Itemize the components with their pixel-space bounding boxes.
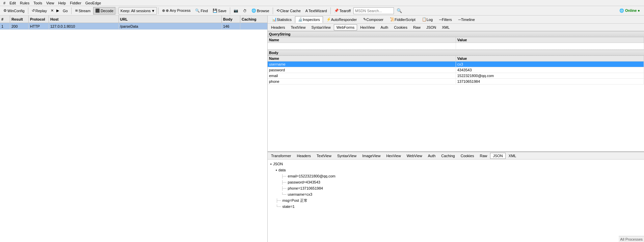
querystring-label: QueryString bbox=[269, 32, 291, 36]
resp-tab-transformer[interactable]: Transformer bbox=[268, 153, 294, 159]
resp-tab-textview[interactable]: TextView bbox=[314, 153, 334, 159]
body-row-email[interactable]: email 1522321800@qq.com bbox=[268, 73, 644, 79]
resp-tab-xml[interactable]: XML bbox=[506, 153, 519, 159]
session-row[interactable]: 1 200 HTTP 127.0.0.1:8010 /parseData 146 bbox=[0, 23, 267, 30]
winconfig-button[interactable]: ⚙ WinConfig bbox=[1, 7, 27, 15]
winconfig-icon: ⚙ bbox=[3, 8, 7, 13]
any-process-button[interactable]: ⊕ ⊕ Any Process bbox=[160, 7, 192, 15]
tab-autoresponder[interactable]: ⚡ AutoResponder bbox=[323, 16, 360, 23]
menu-rules[interactable]: Rules bbox=[18, 0, 31, 6]
menu-help[interactable]: Help bbox=[56, 0, 68, 6]
tree-connector-5: └─ bbox=[281, 191, 287, 197]
menu-geoedge[interactable]: GeoEdge bbox=[83, 0, 103, 6]
insp-tab-auth[interactable]: Auth bbox=[378, 24, 391, 30]
textwizard-button[interactable]: A TextWizard bbox=[303, 7, 329, 15]
menubar: # Edit Rules Tools View Help Fiddler Geo… bbox=[0, 0, 644, 6]
timer-button[interactable]: ⏱ bbox=[241, 7, 249, 15]
browse-button[interactable]: 🌐 Browse bbox=[249, 7, 271, 15]
log-icon: 📋 bbox=[422, 17, 427, 22]
cell-num: 1 bbox=[0, 23, 10, 29]
autoresponder-label: AutoResponder bbox=[331, 18, 357, 22]
tab-inspectors[interactable]: 🔬 Inspectors bbox=[295, 16, 323, 23]
resp-tab-hexview[interactable]: HexView bbox=[383, 153, 403, 159]
filters-icon: ─ bbox=[439, 18, 442, 22]
tab-log[interactable]: 📋 Log bbox=[419, 16, 436, 23]
auth-tab-label: Auth bbox=[381, 25, 388, 29]
tree-expand-0[interactable]: ▪ bbox=[270, 161, 272, 167]
replay-arrow-icon: ✕ bbox=[51, 8, 54, 13]
resp-tab-cookies[interactable]: Cookies bbox=[458, 153, 477, 159]
tab-filters[interactable]: ─ Filters bbox=[436, 16, 455, 23]
menu-edit[interactable]: Edit bbox=[7, 0, 18, 6]
resp-tab-raw[interactable]: Raw bbox=[477, 153, 490, 159]
decode-button[interactable]: ⬛ Decode bbox=[93, 7, 115, 15]
tree-text-0: JSON bbox=[273, 161, 283, 167]
resp-tab-caching[interactable]: Caching bbox=[438, 153, 457, 159]
insp-tab-textview[interactable]: TextView bbox=[288, 24, 308, 30]
resp-tab-auth[interactable]: Auth bbox=[425, 153, 438, 159]
insp-tab-webforms[interactable]: WebForms bbox=[334, 24, 357, 30]
tearoff-button[interactable]: 📌 Tearoff bbox=[332, 7, 353, 15]
timeline-label: Timeline bbox=[461, 18, 475, 22]
sep4 bbox=[158, 7, 159, 14]
insp-tab-raw[interactable]: Raw bbox=[410, 24, 423, 30]
body-password-value: 4343543 bbox=[456, 67, 644, 73]
resp-tab-syntaxview[interactable]: SyntaxView bbox=[334, 153, 359, 159]
tab-fiddlerscript[interactable]: 📜 FiddlerScript bbox=[387, 16, 419, 23]
replay-button[interactable]: ↺ Replay bbox=[30, 7, 49, 15]
request-panel: Headers TextView SyntaxView WebForms Hex… bbox=[268, 24, 644, 152]
insp-tab-syntaxview[interactable]: SyntaxView bbox=[308, 24, 333, 30]
fiddlerscript-label: FiddlerScript bbox=[395, 18, 415, 22]
insp-tab-hexview[interactable]: HexView bbox=[357, 24, 377, 30]
keep-sessions-button[interactable]: Keep: All sessions ▼ bbox=[118, 7, 157, 15]
syntaxview-tab-label: SyntaxView bbox=[311, 25, 330, 29]
replay-arrow-button[interactable]: ✕ bbox=[50, 7, 55, 15]
menu-fiddler[interactable]: Fiddler bbox=[68, 0, 83, 6]
screenshot-button[interactable]: 📷 bbox=[232, 7, 240, 15]
body-row-phone[interactable]: phone 13710651984 bbox=[268, 79, 644, 84]
menu-tools[interactable]: Tools bbox=[31, 0, 44, 6]
save-button[interactable]: 💾 Save bbox=[211, 7, 229, 15]
querystring-header: QueryString bbox=[268, 31, 644, 37]
tree-expand-1[interactable]: ▪ bbox=[276, 167, 277, 173]
insp-tab-headers[interactable]: Headers bbox=[268, 24, 288, 30]
resp-tab-imageview[interactable]: ImageView bbox=[359, 153, 383, 159]
menu-view[interactable]: View bbox=[44, 0, 56, 6]
session-list-panel: # Result Protocol Host URL Body Caching … bbox=[0, 16, 268, 242]
insp-tab-json[interactable]: JSON bbox=[424, 24, 439, 30]
insp-tab-xml[interactable]: XML bbox=[439, 24, 452, 30]
msdn-search-input[interactable] bbox=[353, 7, 394, 14]
find-button[interactable]: 🔍 Find bbox=[193, 7, 210, 15]
response-panel: Transformer Headers TextView SyntaxView … bbox=[268, 152, 644, 242]
cell-body: 146 bbox=[222, 23, 240, 29]
go-button[interactable]: Go bbox=[61, 7, 70, 15]
tab-timeline[interactable]: ─ Timeline bbox=[455, 16, 478, 23]
resp-hexview-tab-label: HexView bbox=[386, 154, 401, 158]
body-row-password[interactable]: password 4343543 bbox=[268, 67, 644, 73]
tree-line-5: └─ username=cx3 bbox=[270, 191, 641, 197]
decode-icon: ⬛ bbox=[95, 8, 100, 13]
clear-cache-button[interactable]: ⟲ Clear Cache bbox=[274, 7, 303, 15]
find-label: Find bbox=[200, 9, 208, 13]
msdn-search-go-button[interactable]: 🔍 bbox=[395, 7, 404, 15]
resp-tab-webview[interactable]: WebView bbox=[404, 153, 425, 159]
insp-tab-cookies[interactable]: Cookies bbox=[391, 24, 410, 30]
replay-arrow2-button[interactable]: ▶ bbox=[55, 7, 60, 15]
body-row-username[interactable]: username cx3 bbox=[268, 62, 644, 67]
clear-cache-label: Clear Cache bbox=[280, 9, 301, 13]
resp-imageview-tab-label: ImageView bbox=[362, 154, 380, 158]
cell-url: /parseData bbox=[119, 23, 222, 29]
resp-tab-headers[interactable]: Headers bbox=[294, 153, 314, 159]
session-list-header: # Result Protocol Host URL Body Caching bbox=[0, 16, 267, 23]
webforms-tab-label: WebForms bbox=[337, 25, 355, 29]
json-tree-panel: ▪ JSON ▪ data ├─ email=1522321800@qq.com… bbox=[268, 160, 644, 242]
fiddlerscript-icon: 📜 bbox=[390, 17, 395, 22]
tab-statistics[interactable]: 📊 Statistics bbox=[269, 16, 295, 23]
body-table: Name Value username cx3 password 4343543 bbox=[268, 56, 644, 84]
xml-tab-label: XML bbox=[442, 25, 450, 29]
menu-hash[interactable]: # bbox=[1, 0, 7, 6]
tree-line-2: ├─ email=1522321800@qq.com bbox=[270, 173, 641, 179]
stream-button[interactable]: ≋ Stream bbox=[73, 7, 92, 15]
resp-tab-json[interactable]: JSON bbox=[490, 153, 505, 159]
tab-composer[interactable]: ✎ Composer bbox=[360, 16, 386, 23]
